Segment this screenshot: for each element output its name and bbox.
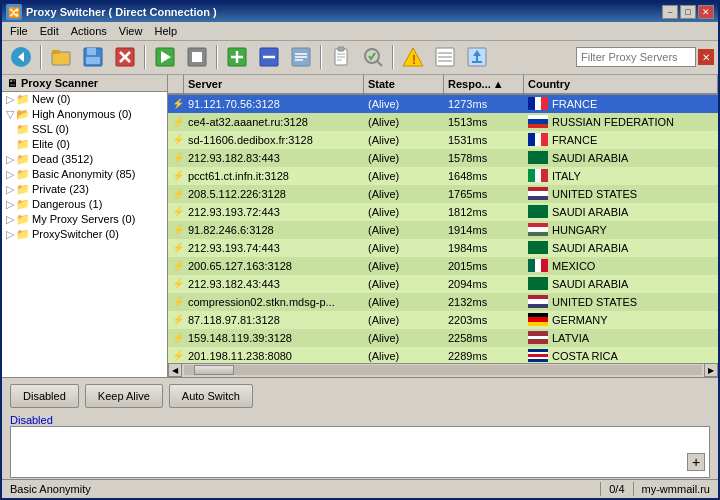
table-row[interactable]: ⚡ce4-at32.aaanet.ru:3128(Alive)1513msRUS… [168,113,718,131]
check-button[interactable] [358,43,388,71]
country-name: FRANCE [552,134,597,146]
edit-button[interactable] [286,43,316,71]
row-icon: ⚡ [168,188,184,199]
keep-alive-button[interactable]: Keep Alive [85,384,163,408]
tree-item-high-anon[interactable]: ▽ 📂 High Anonymous (0) [2,107,167,122]
separator-4 [320,45,322,69]
row-icon: ⚡ [168,224,184,235]
add-proxy-button[interactable]: + [687,453,705,471]
add-icon [226,46,248,68]
row-state: (Alive) [364,134,444,146]
row-icon: ⚡ [168,134,184,145]
delete-button[interactable] [110,43,140,71]
table-row[interactable]: ⚡212.93.193.74:443(Alive)1984msSAUDI ARA… [168,239,718,257]
row-country: FRANCE [524,133,718,146]
row-icon: ⚡ [168,314,184,325]
col-header-server[interactable]: Server [184,75,364,93]
close-button[interactable]: ✕ [698,5,714,19]
row-state: (Alive) [364,206,444,218]
table-row[interactable]: ⚡200.65.127.163:3128(Alive)2015msMEXICO [168,257,718,275]
status-bar: Basic Anonymity 0/4 my-wmmail.ru [2,479,718,498]
tree-item-new[interactable]: ▷ 📁 New (0) [2,92,167,107]
row-state: (Alive) [364,116,444,128]
back-button[interactable] [6,43,36,71]
row-response: 1984ms [444,242,524,254]
row-country: SAUDI ARABIA [524,277,718,290]
row-country: SAUDI ARABIA [524,241,718,254]
table-row[interactable]: ⚡pcct61.ct.infn.it:3128(Alive)1648msITAL… [168,167,718,185]
table-row[interactable]: ⚡212.93.182.43:443(Alive)2094msSAUDI ARA… [168,275,718,293]
menu-help[interactable]: Help [148,23,183,39]
list-button[interactable] [430,43,460,71]
tree-item-myproxy[interactable]: ▷ 📁 My Proxy Servers (0) [2,212,167,227]
col-header-state[interactable]: State [364,75,444,93]
table-row[interactable]: ⚡212.93.182.83:443(Alive)1578msSAUDI ARA… [168,149,718,167]
table-row[interactable]: ⚡sd-11606.dedibox.fr:3128(Alive)1531msFR… [168,131,718,149]
tree-item-label-dead: Dead (3512) [32,153,93,165]
country-name: SAUDI ARABIA [552,278,628,290]
tree-item-dangerous[interactable]: ▷ 📁 Dangerous (1) [2,197,167,212]
tree-item-proxyswitcher[interactable]: ▷ 📁 ProxySwitcher (0) [2,227,167,242]
scrollbar-thumb[interactable] [194,365,234,375]
menu-edit[interactable]: Edit [34,23,65,39]
maximize-button[interactable]: □ [680,5,696,19]
table-row[interactable]: ⚡201.198.11.238:8080(Alive)2289msCOSTA R… [168,347,718,363]
country-name: UNITED STATES [552,188,637,200]
country-name: COSTA RICA [552,350,618,362]
warning-button[interactable]: ! [398,43,428,71]
row-icon: ⚡ [168,278,184,289]
col-header-country: Country [524,75,718,93]
row-server: pcct61.ct.infn.it:3128 [184,170,364,182]
list-icon [434,46,456,68]
tree-item-private[interactable]: ▷ 📁 Private (23) [2,182,167,197]
tree-item-label-basic: Basic Anonymity (85) [32,168,135,180]
country-flag [528,313,548,326]
tree-item-dead[interactable]: ▷ 📁 Dead (3512) [2,152,167,167]
remove-button[interactable] [254,43,284,71]
row-server: ce4-at32.aaanet.ru:3128 [184,116,364,128]
search-box: ✕ [576,47,714,67]
table-row[interactable]: ⚡87.118.97.81:3128(Alive)2203msGERMANY [168,311,718,329]
menu-view[interactable]: View [113,23,149,39]
tree-item-ssl[interactable]: 📁 SSL (0) [2,122,167,137]
auto-switch-button[interactable]: Auto Switch [169,384,253,408]
clipboard-button[interactable] [326,43,356,71]
table-row[interactable]: ⚡159.148.119.39:3128(Alive)2258msLATVIA [168,329,718,347]
table-row[interactable]: ⚡91.82.246.6:3128(Alive)1914msHUNGARY [168,221,718,239]
menu-file[interactable]: File [4,23,34,39]
row-server: 91.82.246.6:3128 [184,224,364,236]
tree-item-basic[interactable]: ▷ 📁 Basic Anonymity (85) [2,167,167,182]
col-header-response[interactable]: Respo... ▲ [444,75,524,93]
country-flag [528,97,548,110]
open-button[interactable] [46,43,76,71]
scrollbar-track[interactable] [184,365,702,375]
country-name: SAUDI ARABIA [552,206,628,218]
table-row[interactable]: ⚡208.5.112.226:3128(Alive)1765msUNITED S… [168,185,718,203]
expand-icon-2: ▽ [6,108,14,121]
h-scrollbar[interactable]: ◀ ▶ [168,363,718,377]
menu-actions[interactable]: Actions [65,23,113,39]
stop-button[interactable] [182,43,212,71]
export-button[interactable] [462,43,492,71]
add-button[interactable] [222,43,252,71]
svg-line-29 [377,61,382,66]
tree-item-label-ps: ProxySwitcher (0) [32,228,119,240]
tree-item-elite[interactable]: 📁 Elite (0) [2,137,167,152]
tree-item-label-myproxy: My Proxy Servers (0) [32,213,135,225]
table-row[interactable]: ⚡212.93.193.72:443(Alive)1812msSAUDI ARA… [168,203,718,221]
clipboard-icon [330,46,352,68]
disabled-button[interactable]: Disabled [10,384,79,408]
status-divider-2 [633,482,634,496]
search-clear-button[interactable]: ✕ [698,49,714,65]
search-input[interactable] [576,47,696,67]
scroll-left-arrow[interactable]: ◀ [168,363,182,377]
row-response: 2203ms [444,314,524,326]
country-flag [528,205,548,218]
scroll-right-arrow[interactable]: ▶ [704,363,718,377]
server-list[interactable]: ⚡91.121.70.56:3128(Alive)1273msFRANCE⚡ce… [168,95,718,363]
table-row[interactable]: ⚡91.121.70.56:3128(Alive)1273msFRANCE [168,95,718,113]
save-button[interactable] [78,43,108,71]
minimize-button[interactable]: − [662,5,678,19]
play-button[interactable] [150,43,180,71]
table-row[interactable]: ⚡compression02.stkn.mdsg-p...(Alive)2132… [168,293,718,311]
